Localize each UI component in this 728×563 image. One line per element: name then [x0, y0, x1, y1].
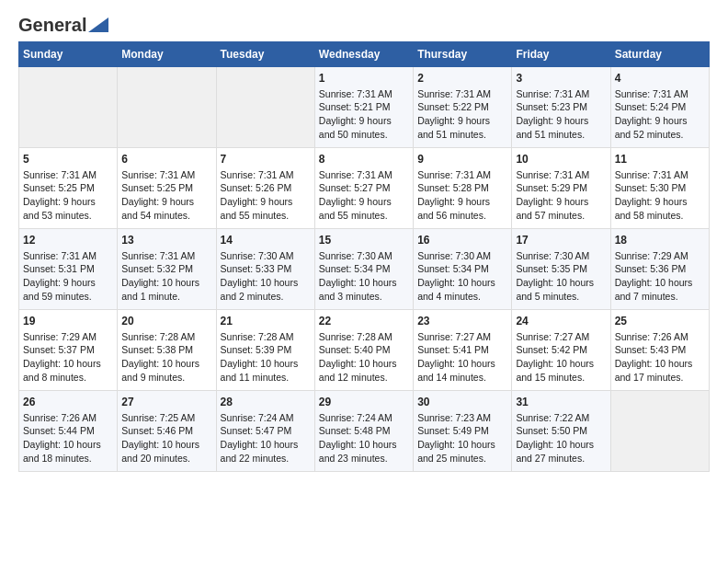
calendar-table: SundayMondayTuesdayWednesdayThursdayFrid…	[18, 41, 710, 472]
calendar-cell: 19Sunrise: 7:29 AMSunset: 5:37 PMDayligh…	[19, 310, 118, 391]
day-info-line: Sunrise: 7:26 AM	[23, 411, 113, 425]
day-info-line: Daylight: 9 hours	[516, 114, 606, 128]
day-number: 25	[615, 314, 705, 329]
day-info-line: Sunrise: 7:25 AM	[121, 411, 211, 425]
week-row-3: 12Sunrise: 7:31 AMSunset: 5:31 PMDayligh…	[19, 229, 710, 310]
day-info-line: Sunset: 5:25 PM	[121, 181, 211, 195]
day-info-line: Sunset: 5:46 PM	[121, 424, 211, 438]
day-info-line: and 15 minutes.	[516, 371, 606, 385]
day-info-line: and 11 minutes.	[221, 371, 311, 385]
weekday-header-sunday: Sunday	[19, 42, 118, 67]
day-info-line: Sunrise: 7:31 AM	[23, 168, 113, 182]
day-number: 10	[516, 152, 606, 167]
day-info-line: Sunrise: 7:27 AM	[516, 330, 606, 344]
calendar-cell: 21Sunrise: 7:28 AMSunset: 5:39 PMDayligh…	[216, 310, 314, 391]
day-info-line: Sunset: 5:36 PM	[615, 262, 705, 276]
day-info-line: and 8 minutes.	[23, 371, 113, 385]
day-number: 24	[516, 314, 606, 329]
day-info-line: Sunset: 5:34 PM	[417, 262, 507, 276]
calendar-cell: 14Sunrise: 7:30 AMSunset: 5:33 PMDayligh…	[216, 229, 314, 310]
day-info-line: Daylight: 10 hours	[221, 276, 311, 290]
week-row-2: 5Sunrise: 7:31 AMSunset: 5:25 PMDaylight…	[19, 148, 710, 229]
calendar-container: General SundayMondayTuesdayWednesdayThur…	[0, 0, 728, 481]
day-info-line: Sunrise: 7:28 AM	[319, 330, 409, 344]
day-info-line: Sunset: 5:34 PM	[319, 262, 409, 276]
day-info-line: Sunset: 5:47 PM	[221, 424, 311, 438]
day-number: 18	[615, 233, 705, 248]
day-info-line: Sunset: 5:37 PM	[23, 343, 113, 357]
day-info-line: and 2 minutes.	[221, 290, 311, 304]
day-info-line: Sunset: 5:50 PM	[516, 424, 606, 438]
day-info-line: and 20 minutes.	[121, 452, 211, 465]
day-info-line: Sunset: 5:33 PM	[221, 262, 311, 276]
day-info-line: and 25 minutes.	[417, 452, 507, 465]
day-info-line: Sunrise: 7:31 AM	[121, 168, 211, 182]
day-info-line: Sunset: 5:21 PM	[319, 100, 409, 114]
day-info-line: and 18 minutes.	[23, 452, 113, 465]
day-info-line: Daylight: 10 hours	[319, 276, 409, 290]
calendar-cell: 7Sunrise: 7:31 AMSunset: 5:26 PMDaylight…	[216, 148, 314, 229]
weekday-header-thursday: Thursday	[414, 42, 512, 67]
weekday-header-row: SundayMondayTuesdayWednesdayThursdayFrid…	[19, 42, 710, 67]
day-info-line: Sunset: 5:30 PM	[615, 181, 705, 195]
calendar-cell: 30Sunrise: 7:23 AMSunset: 5:49 PMDayligh…	[414, 391, 512, 472]
day-number: 17	[516, 233, 606, 248]
day-info-line: Sunrise: 7:28 AM	[121, 330, 211, 344]
day-info-line: Sunset: 5:31 PM	[23, 262, 113, 276]
calendar-cell	[216, 67, 314, 148]
day-info-line: Daylight: 9 hours	[615, 195, 705, 209]
calendar-cell: 6Sunrise: 7:31 AMSunset: 5:25 PMDaylight…	[118, 148, 216, 229]
calendar-cell: 29Sunrise: 7:24 AMSunset: 5:48 PMDayligh…	[314, 391, 413, 472]
calendar-cell: 16Sunrise: 7:30 AMSunset: 5:34 PMDayligh…	[414, 229, 512, 310]
day-number: 30	[417, 395, 507, 410]
day-info-line: and 57 minutes.	[516, 209, 606, 223]
weekday-header-saturday: Saturday	[610, 42, 709, 67]
day-info-line: Daylight: 10 hours	[516, 438, 606, 452]
calendar-cell: 20Sunrise: 7:28 AMSunset: 5:38 PMDayligh…	[118, 310, 216, 391]
day-info-line: Daylight: 10 hours	[319, 357, 409, 371]
day-info-line: Daylight: 9 hours	[121, 195, 211, 209]
day-info-line: Sunrise: 7:31 AM	[615, 168, 705, 182]
day-info-line: Sunset: 5:43 PM	[615, 343, 705, 357]
day-number: 7	[221, 152, 311, 167]
day-info-line: Sunrise: 7:29 AM	[615, 249, 705, 263]
day-info-line: Daylight: 10 hours	[121, 438, 211, 452]
day-info-line: Sunset: 5:48 PM	[319, 424, 409, 438]
day-info-line: Daylight: 10 hours	[516, 357, 606, 371]
calendar-cell	[19, 67, 118, 148]
day-info-line: and 53 minutes.	[23, 209, 113, 223]
day-info-line: Daylight: 10 hours	[221, 357, 311, 371]
day-info-line: Sunset: 5:39 PM	[221, 343, 311, 357]
day-info-line: Daylight: 9 hours	[516, 195, 606, 209]
day-info-line: Sunset: 5:32 PM	[121, 262, 211, 276]
day-number: 11	[615, 152, 705, 167]
calendar-cell: 3Sunrise: 7:31 AMSunset: 5:23 PMDaylight…	[512, 67, 610, 148]
day-info-line: and 4 minutes.	[417, 290, 507, 304]
day-number: 26	[23, 395, 113, 410]
day-info-line: Sunrise: 7:30 AM	[417, 249, 507, 263]
calendar-cell	[118, 67, 216, 148]
day-number: 8	[319, 152, 409, 167]
day-info-line: and 55 minutes.	[319, 209, 409, 223]
day-info-line: Sunrise: 7:30 AM	[516, 249, 606, 263]
day-info-line: and 9 minutes.	[121, 371, 211, 385]
day-info-line: Daylight: 10 hours	[615, 276, 705, 290]
day-info-line: and 5 minutes.	[516, 290, 606, 304]
day-info-line: Daylight: 10 hours	[417, 276, 507, 290]
day-info-line: and 23 minutes.	[319, 452, 409, 465]
day-number: 19	[23, 314, 113, 329]
day-info-line: Sunset: 5:28 PM	[417, 181, 507, 195]
day-info-line: and 55 minutes.	[221, 209, 311, 223]
calendar-cell: 12Sunrise: 7:31 AMSunset: 5:31 PMDayligh…	[19, 229, 118, 310]
day-info-line: Sunset: 5:23 PM	[516, 100, 606, 114]
day-number: 21	[221, 314, 311, 329]
day-info-line: Sunset: 5:40 PM	[319, 343, 409, 357]
day-info-line: Daylight: 9 hours	[319, 195, 409, 209]
calendar-cell	[610, 391, 709, 472]
day-info-line: Sunrise: 7:26 AM	[615, 330, 705, 344]
day-info-line: Sunset: 5:22 PM	[417, 100, 507, 114]
day-info-line: Sunrise: 7:31 AM	[221, 168, 311, 182]
week-row-1: 1Sunrise: 7:31 AMSunset: 5:21 PMDaylight…	[19, 67, 710, 148]
day-info-line: Sunset: 5:44 PM	[23, 424, 113, 438]
day-info-line: and 22 minutes.	[221, 452, 311, 465]
